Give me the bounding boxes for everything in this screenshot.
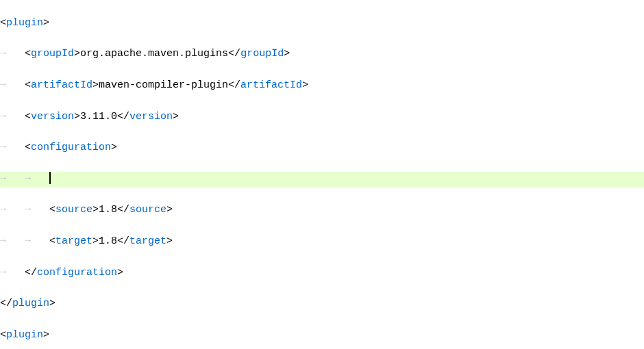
code-line-highlighted: → →: [0, 172, 644, 188]
tag-source: source: [55, 204, 92, 216]
tag-version: version: [129, 111, 173, 122]
angle-close: >: [92, 79, 99, 91]
angle-close: >: [111, 142, 117, 153]
tag-configuration: configuration: [31, 142, 111, 153]
angle-close: >: [43, 329, 49, 341]
angle-open: <: [25, 111, 31, 122]
tag-groupid: groupId: [240, 48, 284, 60]
whitespace-indent: →: [0, 48, 25, 60]
tag-artifactid: artifactId: [240, 79, 302, 91]
text-value: maven-compiler-plugin: [99, 79, 228, 91]
angle-close: >: [173, 111, 179, 122]
code-line: </plugin>: [0, 296, 644, 312]
angle-close-open: </: [0, 298, 12, 309]
angle-open: <: [49, 235, 55, 247]
angle-close-open: </: [117, 204, 129, 216]
tag-target: target: [129, 235, 166, 247]
angle-close: >: [166, 204, 173, 216]
code-editor[interactable]: <plugin> → <groupId>org.apache.maven.plu…: [0, 0, 644, 349]
code-line: <plugin>: [0, 16, 644, 31]
text-value: org.apache.maven.plugins: [80, 48, 228, 60]
angle-close-open: </: [117, 111, 129, 122]
angle-close: >: [74, 48, 80, 60]
angle-close: >: [49, 298, 55, 309]
angle-open: <: [25, 79, 31, 91]
tag-target: target: [55, 235, 92, 247]
whitespace-indent: → →: [0, 173, 49, 185]
tag-version: version: [31, 111, 74, 122]
code-line: <plugin>: [0, 328, 644, 344]
angle-close: >: [74, 111, 80, 122]
text-cursor: [49, 172, 51, 184]
angle-open: <: [49, 204, 55, 216]
angle-close-open: </: [117, 235, 129, 247]
angle-close: >: [117, 267, 123, 279]
code-line: → </configuration>: [0, 266, 644, 281]
code-line: → <configuration>: [0, 140, 644, 156]
tag-artifactid: artifactId: [31, 79, 92, 91]
angle-open: <: [25, 48, 31, 60]
whitespace-indent: → →: [0, 204, 49, 216]
angle-open: <: [25, 142, 31, 153]
tag-configuration: configuration: [37, 267, 117, 279]
whitespace-indent: →: [0, 111, 25, 122]
tag-plugin: plugin: [12, 298, 49, 309]
whitespace-indent: →: [0, 79, 25, 91]
code-line: → <groupId>org.apache.maven.plugins</gro…: [0, 47, 644, 62]
code-line: → → <target>1.8</target>: [0, 234, 644, 250]
angle-close: >: [302, 79, 308, 91]
tag-plugin: plugin: [6, 17, 43, 29]
tag-groupid: groupId: [31, 48, 74, 60]
whitespace-indent: →: [0, 142, 25, 153]
text-value: 1.8: [99, 204, 117, 216]
angle-close-open: </: [25, 267, 37, 279]
angle-open: <: [0, 329, 6, 341]
angle-close-open: </: [228, 48, 240, 60]
angle-close: >: [92, 235, 99, 247]
tag-plugin: plugin: [6, 329, 43, 341]
angle-close: >: [43, 17, 49, 29]
angle-close: >: [166, 235, 173, 247]
tag-source: source: [129, 204, 166, 216]
code-line: → <version>3.11.0</version>: [0, 109, 644, 125]
code-line: → → <source>1.8</source>: [0, 203, 644, 218]
whitespace-indent: → →: [0, 235, 49, 247]
angle-open: <: [0, 17, 6, 29]
angle-close: >: [92, 204, 99, 216]
whitespace-indent: →: [0, 267, 25, 279]
angle-close-open: </: [228, 79, 240, 91]
code-line: → <artifactId>maven-compiler-plugin</art…: [0, 78, 644, 94]
text-value: 1.8: [99, 235, 117, 247]
text-value: 3.11.0: [80, 111, 117, 122]
angle-close: >: [284, 48, 290, 60]
